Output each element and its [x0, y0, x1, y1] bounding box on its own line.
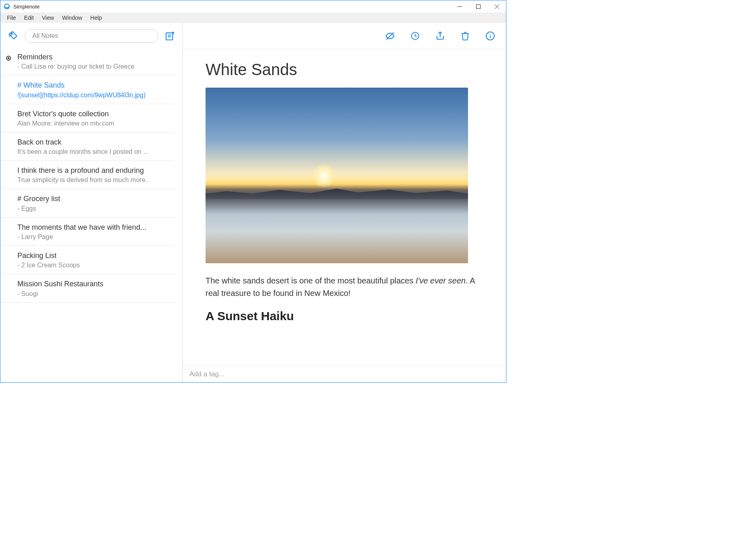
note-preview: - Call Lisa re: buying our ticket to Gre… — [17, 63, 166, 70]
note-preview: - Suogi — [17, 290, 166, 298]
svg-point-5 — [11, 33, 12, 34]
note-preview: - Larry Page — [17, 233, 166, 241]
toggle-preview-icon[interactable] — [383, 29, 397, 43]
search-placeholder: All Notes — [32, 32, 58, 40]
pin-icon — [6, 56, 11, 61]
tag-input[interactable]: Add a tag... — [183, 365, 506, 382]
window-minimize-button[interactable] — [450, 0, 469, 13]
note-preview: True simplicity is derived from so much … — [17, 176, 166, 184]
search-input[interactable]: All Notes — [25, 29, 158, 43]
tags-icon[interactable] — [6, 29, 20, 43]
app-title: Simplenote — [13, 4, 40, 10]
note-title: Back on track — [17, 137, 166, 147]
document-title: White Sands — [206, 61, 483, 79]
menubar: File Edit View Window Help — [0, 13, 506, 23]
note-preview: It's been a couple months since I posted… — [17, 148, 166, 155]
menu-window[interactable]: Window — [58, 14, 86, 22]
editor-body[interactable]: White Sands The white sands desert is on… — [183, 49, 506, 365]
info-icon[interactable] — [483, 29, 497, 43]
note-image — [206, 88, 468, 263]
note-item[interactable]: I think there is a profound and enduring… — [0, 161, 174, 189]
note-item[interactable]: Mission Sushi Restaurants - Suogi — [0, 274, 174, 302]
note-title: The moments that we have with friend... — [17, 222, 166, 232]
note-item[interactable]: Packing List - 2 Ice Cream Scoops — [0, 246, 174, 274]
menu-help[interactable]: Help — [86, 14, 106, 22]
note-item[interactable]: The moments that we have with friend... … — [0, 218, 174, 246]
svg-point-16 — [490, 34, 491, 35]
note-preview: - 2 Ice Cream Scoops — [17, 262, 166, 269]
note-preview: - Eggs — [17, 205, 166, 212]
svg-rect-6 — [166, 33, 172, 40]
tag-placeholder: Add a tag... — [189, 370, 225, 378]
new-note-button[interactable] — [163, 29, 177, 43]
titlebar: Simplenote — [0, 0, 506, 13]
window-controls — [450, 0, 506, 13]
note-preview: Alan Moore: interview on mtv.com — [17, 120, 166, 127]
window-maximize-button[interactable] — [469, 0, 487, 13]
note-title: Packing List — [17, 251, 166, 260]
menu-view[interactable]: View — [38, 14, 58, 22]
note-title: Mission Sushi Restaurants — [17, 279, 166, 289]
paragraph-text-em: I've ever seen — [416, 276, 466, 285]
note-title: # Grocery list — [17, 194, 166, 203]
trash-icon[interactable] — [458, 29, 472, 43]
editor-pane: White Sands The white sands desert is on… — [183, 23, 506, 382]
note-preview: ![sunset](https://cldup.com/9wpWU84l3n.j… — [17, 92, 166, 99]
app-logo-icon — [4, 3, 10, 10]
note-title: I think there is a profound and enduring — [17, 166, 166, 175]
note-item[interactable]: Back on track It's been a couple months … — [0, 132, 174, 161]
note-title: # White Sands — [17, 80, 166, 90]
note-paragraph: The white sands desert is one of the mos… — [206, 275, 483, 300]
note-list[interactable]: Reminders - Call Lisa re: buying our tic… — [0, 49, 183, 382]
svg-rect-2 — [476, 4, 480, 8]
note-item[interactable]: Bret Victor's quote collection Alan Moor… — [0, 104, 174, 132]
sidebar-toolbar: All Notes — [0, 23, 183, 49]
menu-edit[interactable]: Edit — [20, 14, 38, 22]
paragraph-text-a: The white sands desert is one of the mos… — [206, 276, 416, 285]
history-icon[interactable] — [408, 29, 422, 43]
note-title: Bret Victor's quote collection — [17, 109, 166, 119]
main-split: All Notes Reminders - Call Lisa re: buyi… — [0, 23, 506, 382]
editor-toolbar — [183, 23, 506, 49]
note-item[interactable]: # Grocery list - Eggs — [0, 189, 174, 217]
app-window: Simplenote File Edit View Window Help — [0, 0, 506, 383]
menu-file[interactable]: File — [3, 14, 20, 22]
note-item[interactable]: Reminders - Call Lisa re: buying our tic… — [0, 49, 174, 76]
window-close-button[interactable] — [487, 0, 506, 13]
sidebar: All Notes Reminders - Call Lisa re: buyi… — [0, 23, 183, 382]
note-title: Reminders — [17, 52, 166, 62]
share-icon[interactable] — [433, 29, 447, 43]
note-item[interactable]: # White Sands ![sunset](https://cldup.co… — [0, 76, 174, 104]
note-subheading: A Sunset Haiku — [206, 309, 483, 323]
